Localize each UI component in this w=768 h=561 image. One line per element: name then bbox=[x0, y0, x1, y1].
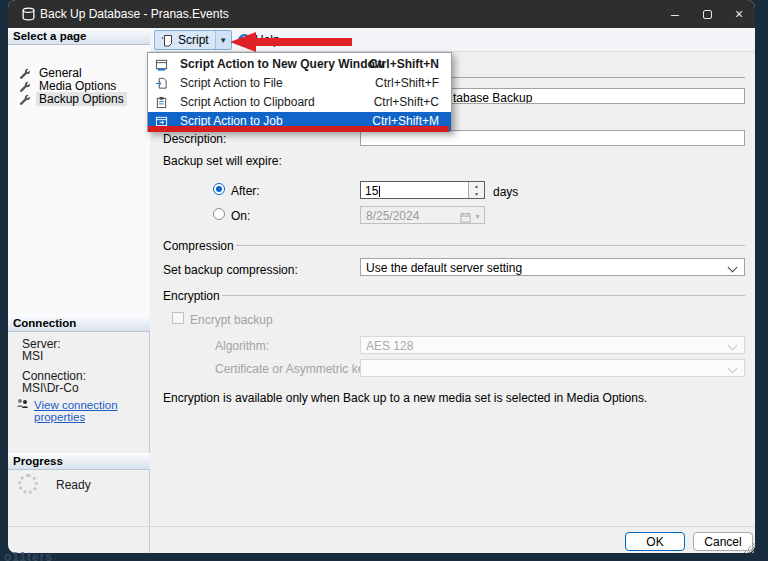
calendar-chevron-icon: ▼ bbox=[474, 209, 481, 225]
script-button[interactable]: Script bbox=[155, 31, 215, 49]
sidebar-item-media-options[interactable]: Media Options bbox=[8, 79, 150, 93]
algorithm-value: AES 128 bbox=[366, 339, 413, 353]
certificate-combobox[interactable] bbox=[360, 359, 745, 377]
view-connection-properties-link[interactable]: View connection properties bbox=[34, 399, 149, 423]
resize-grip[interactable] bbox=[744, 543, 754, 553]
select-a-page-header: Select a page bbox=[8, 28, 150, 45]
ok-button[interactable]: OK bbox=[625, 532, 685, 551]
menu-item-script-to-clipboard[interactable]: Script Action to Clipboard Ctrl+Shift+C bbox=[148, 93, 451, 112]
menu-item-shortcut: Ctrl+Shift+F bbox=[375, 74, 439, 93]
file-icon bbox=[155, 77, 168, 90]
window-title: Back Up Database - Pranas.Events bbox=[40, 0, 229, 28]
encrypt-backup-label: Encrypt backup bbox=[190, 314, 273, 326]
calendar-dropdown[interactable]: ▼ bbox=[460, 209, 481, 225]
connection-value: MSI\Dr-Co bbox=[22, 381, 79, 395]
on-date-value: 8/25/2024 bbox=[366, 209, 419, 223]
encryption-note: Encryption is available only when Back u… bbox=[163, 392, 733, 404]
encryption-header: Encryption bbox=[163, 290, 220, 302]
wrench-icon bbox=[18, 67, 30, 79]
after-days-value: 15 bbox=[365, 184, 380, 198]
spin-up-button[interactable]: ▲ bbox=[469, 182, 484, 190]
desktop-background: Back Up Database - Pranas.Events – × Sel… bbox=[0, 0, 768, 561]
sidebar-item-label: Media Options bbox=[36, 79, 119, 93]
page-tree: General Media Options Backup Options bbox=[8, 45, 150, 315]
backup-database-dialog: Back Up Database - Pranas.Events – × Sel… bbox=[8, 0, 755, 553]
sidebar-item-general[interactable]: General bbox=[8, 66, 150, 80]
calendar-icon bbox=[460, 212, 471, 223]
certificate-label: Certificate or Asymmetric key: bbox=[215, 363, 374, 375]
after-days-spinner[interactable]: 15 ▲ ▼ bbox=[360, 181, 485, 199]
script-icon bbox=[161, 34, 174, 47]
days-label: days bbox=[493, 186, 518, 198]
annotation-underline bbox=[148, 126, 449, 132]
wrench-icon bbox=[18, 93, 30, 105]
progress-status: Ready bbox=[56, 478, 91, 492]
on-label: On: bbox=[231, 210, 250, 222]
wrench-icon bbox=[18, 80, 30, 92]
compression-separator bbox=[236, 245, 745, 246]
footer-separator bbox=[8, 526, 755, 527]
compression-combobox[interactable]: Use the default server setting bbox=[360, 258, 745, 276]
expire-label: Backup set will expire: bbox=[163, 155, 282, 167]
script-button-label: Script bbox=[178, 33, 209, 47]
clipboard-icon bbox=[155, 96, 168, 109]
description-field[interactable] bbox=[360, 130, 745, 146]
spin-down-button[interactable]: ▼ bbox=[469, 190, 484, 198]
connection-properties-icon bbox=[16, 398, 29, 410]
menu-item-shortcut: Ctrl+Shift+C bbox=[374, 93, 439, 112]
after-radio[interactable] bbox=[213, 183, 225, 195]
sidebar-item-label: General bbox=[36, 66, 85, 80]
menu-item-shortcut: Ctrl+Shift+N bbox=[369, 55, 439, 74]
compression-value: Use the default server setting bbox=[366, 261, 522, 275]
minimize-button[interactable]: – bbox=[659, 0, 691, 28]
text-caret bbox=[379, 186, 380, 197]
sidebar-item-backup-options[interactable]: Backup Options bbox=[8, 92, 150, 106]
server-value: MSI bbox=[22, 349, 43, 363]
script-split-button: Script ▼ bbox=[154, 30, 232, 50]
sidebar: Select a page General Media Options Back… bbox=[8, 28, 150, 553]
sidebar-item-label: Backup Options bbox=[36, 92, 127, 106]
compression-label: Set backup compression: bbox=[163, 264, 298, 276]
annotation-arrow-tail bbox=[255, 38, 352, 46]
close-button[interactable]: × bbox=[723, 0, 755, 28]
algorithm-combobox[interactable]: AES 128 bbox=[360, 336, 745, 354]
algorithm-label: Algorithm: bbox=[215, 340, 269, 352]
after-label: After: bbox=[231, 185, 260, 197]
menu-item-script-to-new-query-window[interactable]: Script Action to New Query Window Ctrl+S… bbox=[148, 55, 451, 74]
watermark: o11ters bbox=[4, 550, 53, 561]
chevron-down-icon bbox=[728, 263, 738, 273]
compression-header: Compression bbox=[163, 240, 234, 252]
maximize-button[interactable] bbox=[691, 0, 723, 28]
maximize-icon bbox=[703, 10, 712, 19]
menu-item-script-to-file[interactable]: Script Action to File Ctrl+Shift+F bbox=[148, 74, 451, 93]
menu-item-label: Script Action to New Query Window bbox=[180, 55, 384, 74]
new-query-window-icon bbox=[155, 58, 168, 71]
titlebar: Back Up Database - Pranas.Events – × bbox=[8, 0, 755, 28]
chevron-down-icon bbox=[728, 341, 738, 351]
progress-header: Progress bbox=[8, 453, 150, 470]
annotation-arrow-head bbox=[230, 32, 256, 52]
description-label: Description: bbox=[163, 133, 226, 145]
spinner-buttons: ▲ ▼ bbox=[468, 182, 484, 198]
chevron-down-icon bbox=[728, 364, 738, 374]
database-icon bbox=[21, 7, 36, 22]
progress-spinner-icon bbox=[18, 474, 38, 494]
on-date-field[interactable]: 8/25/2024 ▼ bbox=[360, 206, 485, 224]
backup-name-value: tabase Backup bbox=[453, 91, 532, 104]
menu-item-label: Script Action to Clipboard bbox=[180, 93, 315, 112]
script-dropdown-menu: Script Action to New Query Window Ctrl+S… bbox=[147, 52, 452, 132]
encrypt-backup-checkbox[interactable] bbox=[172, 312, 184, 324]
on-radio[interactable] bbox=[213, 208, 225, 220]
encryption-separator bbox=[222, 295, 745, 296]
menu-item-label: Script Action to File bbox=[180, 74, 283, 93]
script-dropdown-arrow[interactable]: ▼ bbox=[215, 31, 231, 49]
connection-header: Connection bbox=[8, 315, 150, 332]
